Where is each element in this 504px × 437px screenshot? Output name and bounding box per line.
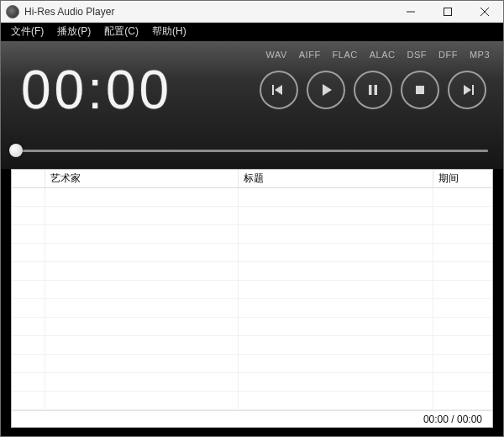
table-row[interactable] xyxy=(12,207,492,225)
table-cell xyxy=(433,318,492,335)
close-icon xyxy=(480,8,489,16)
table-cell xyxy=(239,392,433,409)
transport-controls xyxy=(260,71,490,109)
playlist-body[interactable] xyxy=(12,188,492,410)
table-cell xyxy=(45,225,239,243)
table-cell xyxy=(239,281,433,298)
window-minimize-button[interactable] xyxy=(392,1,429,23)
table-cell xyxy=(239,207,433,224)
table-cell xyxy=(239,244,433,261)
next-button[interactable] xyxy=(448,71,486,109)
status-time: 00:00 / 00:00 xyxy=(423,413,482,425)
maximize-icon xyxy=(444,8,452,16)
table-cell xyxy=(12,355,45,372)
table-cell xyxy=(433,299,492,317)
column-title[interactable]: 标题 xyxy=(239,170,433,187)
table-row[interactable] xyxy=(12,188,492,207)
table-cell xyxy=(12,281,45,298)
table-cell xyxy=(12,225,45,243)
table-cell xyxy=(239,262,433,280)
table-cell xyxy=(45,373,239,391)
supported-formats: WAV AIFF FLAC ALAC DSF DFF MP3 xyxy=(14,48,490,60)
table-cell xyxy=(45,188,239,206)
table-cell xyxy=(45,299,239,317)
column-artist[interactable]: 艺术家 xyxy=(45,170,239,187)
table-cell xyxy=(45,262,239,280)
table-cell xyxy=(12,318,45,335)
table-cell xyxy=(12,188,45,206)
svg-rect-4 xyxy=(416,86,424,94)
play-icon xyxy=(318,82,334,98)
table-cell xyxy=(45,392,239,409)
table-cell xyxy=(45,355,239,372)
timecode-display: 00:00 xyxy=(14,63,172,117)
menu-help[interactable]: 帮助(H) xyxy=(147,23,192,40)
menu-file[interactable]: 文件(F) xyxy=(6,23,49,40)
table-row[interactable] xyxy=(12,299,492,318)
stop-icon xyxy=(412,82,428,98)
table-cell xyxy=(239,225,433,243)
window-close-button[interactable] xyxy=(466,1,503,23)
format-flac: FLAC xyxy=(333,50,358,60)
progress-bar[interactable] xyxy=(16,144,488,157)
table-cell xyxy=(433,355,492,372)
playlist-panel: 艺术家 标题 期间 00:00 / 00:00 xyxy=(1,169,503,436)
svg-rect-3 xyxy=(375,85,378,95)
window-title: Hi-Res Audio Player xyxy=(24,6,114,18)
svg-rect-0 xyxy=(444,8,452,15)
time-and-controls: 00:00 xyxy=(14,63,490,117)
table-row[interactable] xyxy=(12,336,492,355)
table-row[interactable] xyxy=(12,373,492,392)
progress-track xyxy=(16,150,488,152)
table-cell xyxy=(239,373,433,391)
table-cell xyxy=(45,244,239,261)
table-row[interactable] xyxy=(12,318,492,336)
column-index[interactable] xyxy=(12,170,45,187)
table-row[interactable] xyxy=(12,281,492,299)
table-cell xyxy=(12,336,45,354)
app-icon xyxy=(6,5,19,18)
format-wav: WAV xyxy=(265,50,286,60)
table-cell xyxy=(45,207,239,224)
format-mp3: MP3 xyxy=(470,50,490,60)
progress-thumb[interactable] xyxy=(9,144,23,157)
table-cell xyxy=(433,207,492,224)
previous-icon xyxy=(270,82,287,98)
stop-button[interactable] xyxy=(401,71,439,109)
pause-button[interactable] xyxy=(354,71,392,109)
playlist-table: 艺术家 标题 期间 00:00 / 00:00 xyxy=(11,169,493,428)
menu-config[interactable]: 配置(C) xyxy=(99,23,144,40)
table-cell xyxy=(239,188,433,206)
minimize-icon xyxy=(407,8,415,16)
column-duration[interactable]: 期间 xyxy=(433,170,492,187)
table-row[interactable] xyxy=(12,392,492,410)
table-cell xyxy=(433,262,492,280)
svg-rect-2 xyxy=(369,85,372,95)
table-cell xyxy=(433,244,492,261)
format-aiff: AIFF xyxy=(299,50,321,60)
app-window: Hi-Res Audio Player 文件(F) 播放(P) 配置(C) 帮助… xyxy=(0,0,504,437)
table-cell xyxy=(433,392,492,409)
table-row[interactable] xyxy=(12,244,492,262)
table-cell xyxy=(433,188,492,206)
svg-rect-5 xyxy=(472,85,474,95)
table-row[interactable] xyxy=(12,225,492,244)
table-row[interactable] xyxy=(12,262,492,281)
window-maximize-button[interactable] xyxy=(429,1,466,23)
menubar: 文件(F) 播放(P) 配置(C) 帮助(H) xyxy=(1,23,503,41)
table-cell xyxy=(239,299,433,317)
table-cell xyxy=(45,281,239,298)
table-cell xyxy=(433,281,492,298)
play-button[interactable] xyxy=(307,71,345,109)
format-dsf: DSF xyxy=(407,50,427,60)
previous-button[interactable] xyxy=(260,71,298,109)
svg-rect-1 xyxy=(272,85,274,95)
titlebar: Hi-Res Audio Player xyxy=(1,1,503,23)
menu-play[interactable]: 播放(P) xyxy=(52,23,96,40)
format-dff: DFF xyxy=(438,50,458,60)
table-cell xyxy=(12,244,45,261)
table-cell xyxy=(239,336,433,354)
table-cell xyxy=(12,373,45,391)
table-cell xyxy=(12,299,45,317)
table-row[interactable] xyxy=(12,355,492,373)
